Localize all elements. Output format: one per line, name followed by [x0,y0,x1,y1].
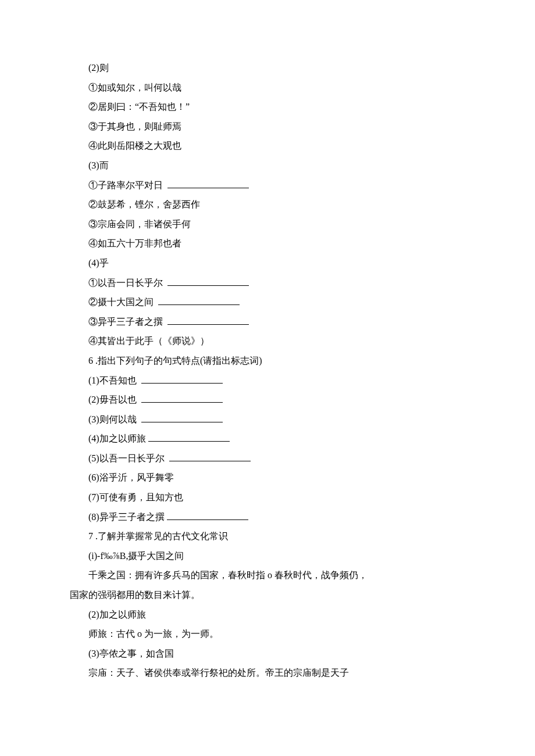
text-line: ②鼓瑟希，铿尔，舍瑟西作 [70,195,465,214]
text-line: ②摄十大国之间 [70,292,465,312]
line-text: (4)加之以师旅 [88,433,146,443]
document-page: (2)则①如或知尔，叫何以哉②居则曰：“不吾知也！”③于其身也，则耻师焉④此则岳… [0,0,535,718]
line-text: (4)乎 [88,258,109,268]
line-text: (5)以吾一日长乎尔 [88,453,167,463]
line-text: ③于其身也，则耻师焉 [88,121,181,131]
line-text: (i)-f‰⅞B,摄乎大国之间 [88,551,184,561]
text-line: (2)则 [70,58,465,78]
text-line: (6)浴乎沂，风乎舞零 [70,468,465,488]
line-text: (1)不吾知也 [88,375,139,385]
fill-blank [167,315,249,325]
line-text: (3)亭侬之事，如含国 [88,648,174,658]
text-line: 国家的强弱都用的数目来计算。 [70,585,465,605]
text-line: (1)不吾知也 [70,371,465,390]
text-line: (2)加之以师旅 [70,605,465,625]
text-line: ①子路率尔平对日 [70,175,465,195]
text-line: (3)亭侬之事，如含国 [70,644,465,664]
line-text: (2)加之以师旅 [88,610,146,619]
text-line: (4)乎 [70,253,465,273]
text-line: ④其皆出于此手（《师说》） [70,331,465,351]
text-line: (8)异乎三子者之撰 [70,507,465,527]
line-text: ①子路率尔平对日 [88,180,165,190]
fill-blank [167,276,249,286]
text-line: 师旅：古代 o 为一旅，为一师。 [70,624,465,644]
line-text: (2)则 [88,63,109,73]
text-line: ②居则曰：“不吾知也！” [70,97,465,117]
text-line: ③于其身也，则耻师焉 [70,117,465,137]
line-text: (6)浴乎沂，风乎舞零 [88,472,174,482]
line-text: ③异乎三子者之撰 [88,317,165,327]
text-line: (4)加之以师旅 [70,429,465,449]
line-text: (2)毋吾以也 [88,395,139,404]
line-text: (3)而 [88,160,109,170]
text-line: (2)毋吾以也 [70,390,465,410]
text-line: (i)-f‰⅞B,摄乎大国之间 [70,546,465,566]
fill-blank [169,452,251,461]
text-line: (3)而 [70,156,465,175]
line-text: 国家的强弱都用的数目来计算。 [70,590,200,600]
text-line: (5)以吾一日长乎尔 [70,449,465,468]
line-text: (7)可使有勇，且知方也 [88,492,183,502]
fill-blank [158,295,240,305]
text-line: ④此则岳阳楼之大观也 [70,136,465,156]
text-line: 宗庙：天子、诸侯供奉或举行祭祀的处所。帝王的宗庙制是天子 [70,663,465,683]
text-line: ④如五六十万非邦也者 [70,234,465,253]
text-line: ③异乎三子者之撰 [70,312,465,332]
fill-blank [167,178,249,188]
line-text: ③宗庙会同，非诸侯手何 [88,219,191,229]
line-text: ②居则曰：“不吾知也！” [88,102,190,112]
line-text: ①如或知尔，叫何以哉 [88,83,181,92]
line-text: ④其皆出于此手（《师说》） [88,336,209,346]
line-text: ④此则岳阳楼之大观也 [88,141,181,151]
text-line: 7 .了解并掌握常见的古代文化常识 [70,526,465,546]
fill-blank [148,432,230,442]
line-text: 7 .了解并掌握常见的古代文化常识 [88,531,228,541]
fill-blank [141,413,223,422]
fill-blank [141,374,223,384]
line-text: ①以吾一日长乎尔 [88,278,165,288]
line-text: 师旅：古代 o 为一旅，为一师。 [88,629,219,639]
text-line: ③宗庙会同，非诸侯手何 [70,214,465,234]
text-line: ①以吾一日长乎尔 [70,273,465,293]
text-line: (7)可使有勇，且知方也 [70,488,465,507]
text-line: ①如或知尔，叫何以哉 [70,78,465,98]
line-text: (8)异乎三子者之撰 [88,512,165,522]
text-line: 千乘之国：拥有许多兵马的国家，春秋时指 o 春秋时代，战争频仍， [70,565,465,585]
line-text: (3)则何以哉 [88,414,139,424]
text-line: 6 .指出下列句子的句式特点(请指出标志词) [70,351,465,371]
line-text: 宗庙：天子、诸侯供奉或举行祭祀的处所。帝王的宗庙制是天子 [88,668,349,678]
line-text: ②摄十大国之间 [88,297,156,307]
line-text: 千乘之国：拥有许多兵马的国家，春秋时指 o 春秋时代，战争频仍， [88,570,368,580]
fill-blank [141,393,223,403]
text-line: (3)则何以哉 [70,410,465,429]
line-text: ②鼓瑟希，铿尔，舍瑟西作 [88,199,200,209]
line-text: 6 .指出下列句子的句式特点(请指出标志词) [88,356,262,366]
fill-blank [167,510,248,520]
line-text: ④如五六十万非邦也者 [88,238,181,248]
